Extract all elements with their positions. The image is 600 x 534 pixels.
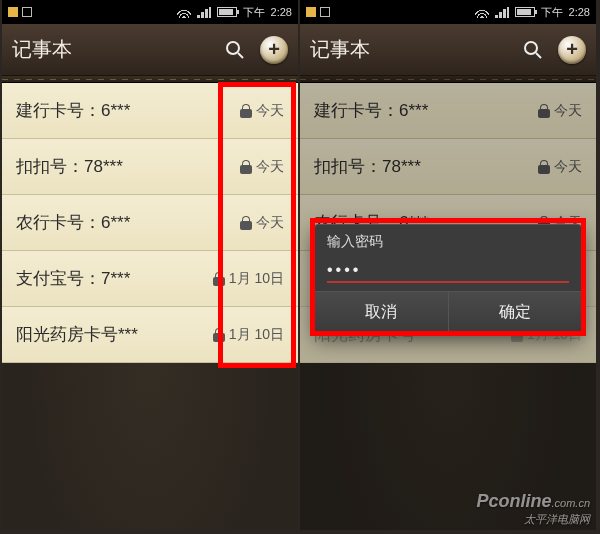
- note-date: 今天: [256, 214, 284, 232]
- watermark: Pconline.com.cn 太平洋电脑网: [476, 491, 590, 526]
- dialog-buttons: 取消 确定: [315, 291, 581, 333]
- search-button[interactable]: [518, 35, 548, 65]
- app-header: 记事本 +: [300, 24, 596, 76]
- clock-period: 下午: [243, 5, 265, 20]
- app-title: 记事本: [310, 36, 510, 63]
- lock-icon: [240, 216, 252, 230]
- svg-point-2: [525, 42, 537, 54]
- status-bar: 下午 2:28: [2, 0, 298, 24]
- search-button[interactable]: [220, 35, 250, 65]
- confirm-button[interactable]: 确定: [449, 292, 582, 333]
- battery-icon: [515, 7, 535, 17]
- lock-icon: [213, 328, 225, 342]
- note-row[interactable]: 支付宝号：7*** 1月 10日: [2, 251, 298, 307]
- note-date: 今天: [256, 158, 284, 176]
- dialog-title: 输入密码: [315, 225, 581, 255]
- clock-period: 下午: [541, 5, 563, 20]
- signal-icon: [495, 7, 509, 18]
- header-stitch: [2, 76, 298, 83]
- wifi-icon: [475, 6, 489, 18]
- clock-time: 2:28: [271, 6, 292, 18]
- password-masked: ••••: [327, 261, 361, 279]
- battery-icon: [217, 7, 237, 17]
- notif-icon: [22, 7, 32, 17]
- note-date: 1月 10日: [229, 326, 284, 344]
- note-row[interactable]: 扣扣号：78*** 今天: [2, 139, 298, 195]
- notif-icon: [306, 7, 316, 17]
- status-bar: 下午 2:28: [300, 0, 596, 24]
- cancel-button[interactable]: 取消: [315, 292, 449, 333]
- note-date: 今天: [256, 102, 284, 120]
- note-title: 建行卡号：6***: [16, 99, 240, 122]
- note-title: 扣扣号：78***: [16, 155, 240, 178]
- note-title: 阳光药房卡号***: [16, 323, 213, 346]
- watermark-brand: Pconline: [476, 491, 551, 511]
- add-note-button[interactable]: +: [558, 36, 586, 64]
- svg-line-3: [536, 53, 541, 58]
- plus-icon: +: [268, 38, 280, 61]
- search-icon: [523, 40, 543, 60]
- lock-icon: [213, 272, 225, 286]
- password-input[interactable]: ••••: [327, 259, 569, 283]
- app-header: 记事本 +: [2, 24, 298, 76]
- svg-line-1: [238, 53, 243, 58]
- wifi-icon: [177, 6, 191, 18]
- note-title: 支付宝号：7***: [16, 267, 213, 290]
- screenshot-left: 下午 2:28 记事本 + 建行卡号：6*** 今天 扣扣号：78***: [2, 0, 298, 530]
- notes-list: 建行卡号：6*** 今天 扣扣号：78*** 今天 农行卡号：6*** 今天 支…: [2, 83, 298, 363]
- clock-time: 2:28: [569, 6, 590, 18]
- add-note-button[interactable]: +: [260, 36, 288, 64]
- watermark-sub: 太平洋电脑网: [524, 513, 590, 525]
- password-dialog: 输入密码 •••• 取消 确定: [314, 224, 582, 334]
- note-row[interactable]: 阳光药房卡号*** 1月 10日: [2, 307, 298, 363]
- lock-icon: [240, 160, 252, 174]
- empty-area: [2, 363, 298, 530]
- note-title: 农行卡号：6***: [16, 211, 240, 234]
- app-title: 记事本: [12, 36, 212, 63]
- screenshot-right: 下午 2:28 记事本 + 建行卡号：6*** 今天 扣扣号：78***: [300, 0, 596, 530]
- notif-icon: [320, 7, 330, 17]
- watermark-suffix: .com.cn: [551, 497, 590, 509]
- note-row[interactable]: 建行卡号：6*** 今天: [2, 83, 298, 139]
- signal-icon: [197, 7, 211, 18]
- note-date: 1月 10日: [229, 270, 284, 288]
- svg-point-0: [227, 42, 239, 54]
- lock-icon: [240, 104, 252, 118]
- plus-icon: +: [566, 38, 578, 61]
- note-row[interactable]: 农行卡号：6*** 今天: [2, 195, 298, 251]
- search-icon: [225, 40, 245, 60]
- notif-icon: [8, 7, 18, 17]
